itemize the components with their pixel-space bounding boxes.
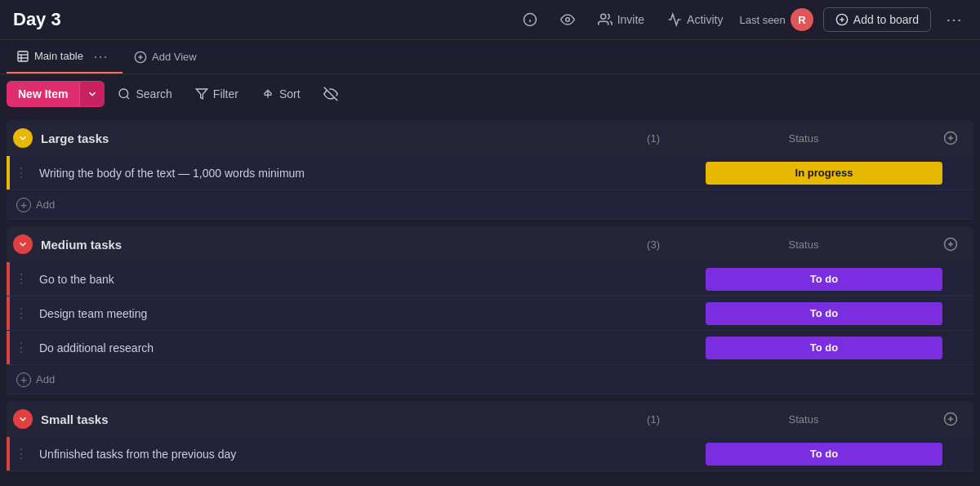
main-table-tab[interactable]: Main table ⋯	[7, 41, 122, 74]
status-badge[interactable]: To do	[706, 302, 942, 325]
task-name: Writing the body of the text — 1,000 wor…	[33, 167, 697, 180]
group-small-add-col[interactable]	[934, 412, 967, 426]
svg-rect-8	[18, 51, 28, 61]
eye-icon	[560, 12, 575, 27]
group-medium-count: (3)	[647, 239, 660, 251]
info-icon	[523, 12, 537, 27]
task-name: Go to the bank	[33, 273, 697, 286]
group-large-status-col: Status	[673, 132, 934, 145]
new-item-button[interactable]: New Item	[7, 81, 105, 107]
task-status-cell[interactable]: To do	[697, 337, 951, 359]
plus-circle-icon	[835, 13, 849, 26]
status-badge[interactable]: To do	[706, 443, 942, 466]
group-large-title: Large tasks	[41, 132, 647, 145]
invite-label: Invite	[617, 13, 644, 26]
info-button[interactable]	[516, 9, 544, 30]
add-col-medium-icon	[943, 237, 958, 252]
group-large-add-col[interactable]	[934, 131, 967, 145]
drag-handle[interactable]: ⋮	[10, 271, 33, 287]
more-button[interactable]: ⋯	[941, 7, 967, 33]
status-badge[interactable]: In progress	[706, 162, 942, 185]
sort-icon	[261, 87, 274, 100]
sort-button[interactable]: Sort	[252, 82, 310, 105]
page-title: Day 3	[13, 9, 61, 30]
group-large-toggle[interactable]	[13, 128, 33, 148]
group-large-tasks: Large tasks (1) Status ⋮ Writing the bod…	[7, 120, 973, 220]
group-small-tasks: Small tasks (1) Status ⋮ Unfinished task…	[7, 401, 973, 471]
new-item-label: New Item	[7, 81, 79, 107]
filter-label: Filter	[213, 87, 238, 100]
chevron-down-small-icon	[17, 413, 29, 425]
eye-button[interactable]	[554, 9, 581, 30]
task-status-cell[interactable]: In progress	[697, 162, 951, 185]
add-row-large[interactable]: + Add	[7, 190, 973, 220]
main-content: Large tasks (1) Status ⋮ Writing the bod…	[0, 114, 980, 471]
svg-marker-17	[196, 89, 207, 99]
status-badge[interactable]: To do	[706, 268, 942, 291]
group-small-status-col: Status	[673, 413, 934, 426]
add-to-board-label: Add to board	[853, 13, 919, 26]
add-view-icon	[134, 51, 147, 64]
add-col-small-icon	[943, 412, 958, 426]
last-seen-label: Last seen	[739, 14, 785, 26]
task-status-cell[interactable]: To do	[697, 268, 951, 291]
last-seen-section: Last seen R	[739, 8, 813, 31]
task-name: Do additional research	[33, 341, 697, 354]
chevron-down-large-icon	[17, 132, 29, 144]
new-item-chevron-icon[interactable]	[79, 82, 105, 106]
drag-handle[interactable]: ⋮	[10, 340, 33, 355]
invite-button[interactable]: Invite	[591, 9, 651, 30]
sort-label: Sort	[279, 87, 301, 100]
search-button[interactable]: Search	[108, 82, 181, 105]
chevron-down-icon	[87, 88, 98, 100]
activity-label: Activity	[687, 13, 723, 26]
table-row: ⋮ Design team meeting To do	[7, 297, 973, 331]
table-row: ⋮ Unfinished tasks from the previous day…	[7, 437, 973, 471]
group-medium-title: Medium tasks	[41, 238, 647, 252]
task-name: Design team meeting	[33, 307, 697, 320]
group-medium-add-col[interactable]	[934, 237, 967, 252]
toolbar: New Item Search Filter Sort	[0, 74, 980, 114]
table-icon	[16, 50, 29, 63]
activity-icon	[667, 12, 682, 27]
group-medium-toggle[interactable]	[13, 234, 33, 254]
tab-bar: Main table ⋯ Add View	[0, 40, 980, 74]
tab-options-icon[interactable]: ⋯	[88, 46, 113, 67]
app-header: Day 3 Invite Activity Last seen R	[0, 0, 980, 39]
task-status-cell[interactable]: To do	[697, 302, 951, 325]
avatar: R	[791, 8, 813, 31]
group-small-tasks-header[interactable]: Small tasks (1) Status	[7, 401, 973, 437]
task-status-cell[interactable]: To do	[697, 443, 951, 466]
svg-point-3	[565, 18, 569, 22]
invite-icon	[598, 12, 612, 27]
group-medium-status-col: Status	[673, 239, 934, 251]
add-view-label: Add View	[152, 51, 197, 63]
svg-line-16	[127, 96, 130, 99]
group-small-toggle[interactable]	[13, 409, 33, 429]
status-badge[interactable]: To do	[706, 337, 942, 359]
add-to-board-button[interactable]: Add to board	[823, 7, 931, 32]
add-col-icon	[943, 131, 958, 145]
add-view-button[interactable]: Add View	[126, 47, 205, 67]
group-large-tasks-header[interactable]: Large tasks (1) Status	[7, 120, 973, 156]
add-label: Add	[36, 198, 55, 211]
search-icon	[118, 87, 131, 100]
hide-icon	[323, 87, 338, 101]
add-row-medium[interactable]: + Add	[7, 365, 973, 395]
svg-point-15	[119, 89, 128, 98]
add-icon: +	[16, 198, 31, 212]
group-large-count: (1)	[647, 132, 660, 145]
drag-handle[interactable]: ⋮	[10, 446, 33, 461]
activity-button[interactable]: Activity	[661, 9, 729, 30]
add-icon: +	[16, 372, 31, 387]
group-medium-tasks-header[interactable]: Medium tasks (3) Status	[7, 226, 973, 262]
add-label: Add	[36, 373, 55, 386]
hide-button[interactable]	[314, 82, 348, 106]
table-row: ⋮ Go to the bank To do	[7, 262, 973, 297]
task-name: Unfinished tasks from the previous day	[33, 448, 697, 461]
filter-button[interactable]: Filter	[185, 82, 248, 105]
drag-handle[interactable]: ⋮	[10, 305, 33, 321]
drag-handle[interactable]: ⋮	[10, 165, 33, 181]
table-row: ⋮ Do additional research To do	[7, 331, 973, 365]
main-table-tab-label: Main table	[34, 50, 83, 62]
